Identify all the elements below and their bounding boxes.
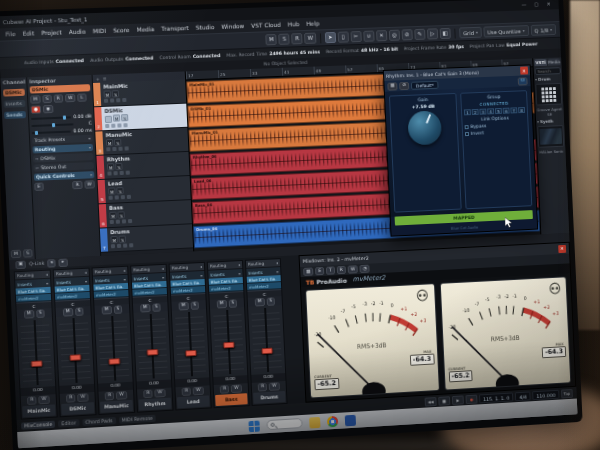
mute-button[interactable]: M	[178, 301, 188, 310]
write-button[interactable]: W	[116, 391, 127, 400]
mute-button[interactable]: M	[101, 305, 111, 314]
automation-solo-button[interactable]: S	[279, 34, 290, 45]
mute-button[interactable]: M	[23, 310, 34, 319]
group-2-button[interactable]: 2	[472, 109, 479, 115]
rewind-button[interactable]: ◀◀	[425, 397, 437, 407]
transport-position[interactable]: 115. 1. 1. 0	[479, 392, 514, 403]
automation-write-button[interactable]: W	[304, 33, 316, 44]
zoom-tool-icon[interactable]: ◎	[389, 30, 400, 41]
gain-knob[interactable]	[407, 110, 442, 145]
close-icon[interactable]: ✕	[558, 244, 566, 252]
menu-project[interactable]: Project	[41, 29, 62, 36]
channel-name[interactable]: MainMic	[22, 404, 55, 417]
inspector-mute-button[interactable]: M	[30, 95, 41, 104]
solo-button[interactable]: S	[228, 299, 237, 307]
write-button[interactable]: W	[231, 384, 242, 393]
read-button[interactable]: R	[182, 387, 192, 396]
zone-right-icon[interactable]: ▸	[59, 258, 68, 267]
solo-button[interactable]: S	[117, 211, 124, 218]
quick-controls-write-button[interactable]: W	[84, 180, 95, 189]
groove-agent-thumbnail[interactable]	[535, 83, 562, 106]
meter-edit-button[interactable]: E	[315, 267, 324, 275]
write-button[interactable]: W	[77, 393, 88, 402]
channel-inserts[interactable]: Inserts	[4, 100, 26, 108]
rack-search-input[interactable]	[535, 67, 561, 75]
mute-button[interactable]: M	[110, 236, 117, 243]
delay-slider[interactable]	[32, 130, 71, 134]
inspector-read-button[interactable]: R	[53, 94, 63, 102]
mute-button[interactable]: M	[106, 139, 113, 146]
mute-button[interactable]: M	[140, 303, 150, 312]
record-arm-icon[interactable]	[105, 116, 112, 123]
mixer-channel-mainmic[interactable]: Routing◂ Inserts▾ Blue Cat's Ga. mvMeter…	[14, 270, 58, 420]
read-button[interactable]: R	[143, 389, 153, 398]
automation-mute-button[interactable]: M	[266, 34, 277, 45]
channel-panel-header[interactable]: Channel	[3, 80, 25, 86]
tab-vsti[interactable]: VSTi	[534, 59, 547, 66]
chrome-icon[interactable]	[327, 415, 338, 427]
play-button[interactable]: ▶	[452, 395, 464, 405]
group-3-button[interactable]: 3	[479, 109, 486, 115]
menu-midi[interactable]: MIDI	[93, 28, 106, 35]
menu-hub[interactable]: Hub	[288, 21, 300, 27]
menu-score[interactable]: Score	[113, 27, 130, 34]
solo-button[interactable]: S	[113, 305, 122, 314]
solo-button[interactable]: S	[36, 309, 45, 318]
group-1-button[interactable]: 1	[464, 109, 471, 115]
fader-cap[interactable]	[223, 342, 234, 349]
meter-t-button[interactable]: T	[326, 266, 335, 274]
channel-fader[interactable]	[98, 315, 130, 381]
volume-slider[interactable]	[31, 116, 71, 120]
channel-name[interactable]: Bass	[215, 393, 248, 406]
channel-fader[interactable]	[175, 311, 206, 377]
quick-controls-edit-button[interactable]: E	[34, 182, 43, 191]
write-button[interactable]: W	[193, 386, 204, 395]
fader-cap[interactable]	[31, 360, 43, 367]
write-button[interactable]: W	[155, 388, 166, 397]
fader-cap[interactable]	[147, 348, 158, 355]
solo-button[interactable]: S	[115, 163, 122, 170]
group-8-button[interactable]: 8	[518, 107, 525, 113]
fader-cap[interactable]	[70, 355, 82, 362]
inspector-track-name[interactable]: DSMic	[30, 84, 91, 93]
mute-button[interactable]: M	[109, 212, 116, 219]
channel-mute-button[interactable]: M	[11, 250, 22, 259]
menu-help[interactable]: Help	[306, 20, 319, 26]
mute-button[interactable]: M	[113, 114, 120, 121]
mixer-channel-manumic[interactable]: Routing◂ Inserts▾ Blue Cat's Ga. mvMeter…	[92, 266, 136, 415]
routing-section-header[interactable]: Routing▾	[32, 144, 93, 154]
preset-selector[interactable]: Default*	[411, 80, 439, 89]
plugin-menu-icon[interactable]: ▦	[387, 82, 397, 90]
read-button[interactable]: R	[66, 394, 76, 403]
close-button[interactable]: ✕	[543, 1, 554, 7]
mixer-channel-dsmic[interactable]: Routing◂ Inserts▾ Blue Cat's Ga. mvMeter…	[53, 268, 97, 418]
channel-fader[interactable]	[137, 313, 168, 379]
solo-button[interactable]: S	[121, 114, 128, 121]
zone-grid-icon[interactable]: ▣	[15, 260, 26, 269]
channel-name[interactable]: ManuMic	[100, 400, 133, 413]
glue-tool-icon[interactable]: ∪	[363, 31, 374, 42]
tempo-value[interactable]: 110.000	[532, 389, 559, 399]
split-tool-icon[interactable]: ✂	[350, 31, 361, 42]
tab-chord-pads[interactable]: Chord Pads	[82, 417, 116, 426]
zone-left-icon[interactable]: ◂	[47, 259, 56, 268]
color-tool-icon[interactable]: ◧	[439, 28, 450, 39]
track-row-mainmic[interactable]: 1 MainMic MS	[93, 80, 186, 108]
menu-audio[interactable]: Audio	[69, 29, 86, 36]
quick-controls-read-button[interactable]: R	[73, 181, 83, 190]
track-filter-icon[interactable]: ≡	[103, 76, 107, 81]
menu-window[interactable]: Window	[221, 23, 244, 30]
mute-button[interactable]: M	[108, 187, 115, 194]
drum-section-header[interactable]: ▾Drum	[535, 76, 561, 82]
time-signature[interactable]: 4/4	[515, 391, 531, 401]
channel-name[interactable]: Rhythm	[139, 398, 172, 411]
read-button[interactable]: R	[258, 383, 267, 392]
mute-button[interactable]: M	[216, 299, 226, 308]
solo-button[interactable]: S	[266, 297, 275, 305]
file-explorer-icon[interactable]	[309, 416, 320, 428]
write-button[interactable]: W	[39, 395, 50, 404]
qlink-label[interactable]: Q-Link	[29, 261, 44, 267]
mute-button[interactable]: M	[104, 90, 111, 97]
tab-midi-remote[interactable]: MIDI Remote	[119, 414, 157, 423]
bypass-checkbox[interactable]: Bypass	[465, 123, 487, 129]
